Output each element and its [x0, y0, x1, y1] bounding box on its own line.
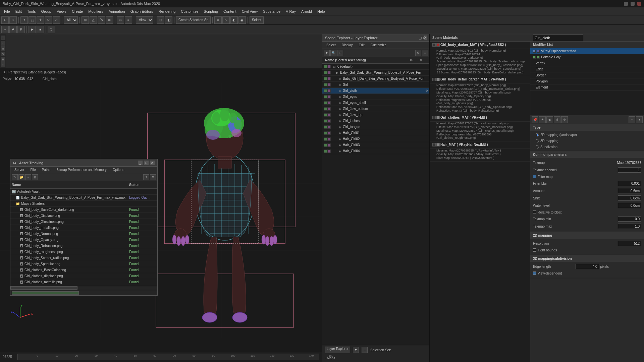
at-list-button[interactable]: ≡ [25, 174, 31, 180]
se-content[interactable]: ⊟ 0 (default) ▶ Baby_Girl_Dark_Skin_Wear… [322, 64, 429, 345]
mod-delete-icon[interactable]: 🗑 [554, 116, 560, 123]
timeline-bar[interactable]: 0 10 20 30 40 50 60 70 80 90 100 110 120… [17, 354, 319, 360]
radio-subdivision[interactable]: Subdivision [536, 144, 641, 149]
se-eye-r8-1[interactable] [324, 113, 327, 117]
stop-button[interactable]: ■ [37, 26, 44, 33]
close-button[interactable] [637, 2, 641, 6]
menu-arnold[interactable]: Arnold [299, 9, 315, 14]
radio-dot-2d[interactable] [536, 133, 539, 136]
at-row-maps[interactable]: 📁 Maps / Shaders [10, 201, 157, 207]
se-sync-icon[interactable]: ↔ [422, 50, 428, 56]
angle-snap-button[interactable]: △ [90, 16, 97, 24]
edge-length-input[interactable] [576, 264, 599, 269]
se-row-8[interactable]: ◈ Girl_Jaw_top [322, 112, 429, 118]
at-grid-button[interactable]: ⊞ [32, 174, 38, 180]
layers-button[interactable]: ⊟ [157, 16, 164, 24]
se-row-layer0[interactable]: ⊟ 0 (default) [322, 64, 429, 70]
mod-sub-vertex[interactable]: Vertex [530, 60, 644, 66]
sidebar-icon-3[interactable]: ◈ [1, 46, 5, 51]
mirror-button[interactable]: ⇔ [117, 16, 124, 24]
relative-bbox-checkbox[interactable] [533, 210, 536, 214]
menu-create[interactable]: Create [69, 9, 86, 14]
create-selection-button[interactable]: Create Selection Se [176, 16, 211, 24]
at-menu-options[interactable]: Options [110, 168, 127, 172]
se-eye-r2-1[interactable] [324, 77, 327, 80]
mod-show-icon[interactable]: 👁 [539, 116, 546, 123]
se-eye-r6-2[interactable] [327, 101, 331, 105]
se-close[interactable]: ✕ [424, 36, 427, 40]
spinner-snap-button[interactable]: ⊕ [106, 16, 113, 24]
se-row-1[interactable]: ▶ Baby_Girl_Dark_Skin_Wearing_Bodysuit_A… [322, 70, 429, 76]
auto-key-button[interactable]: A [9, 26, 17, 33]
sidebar-icon-4[interactable]: ⊕ [1, 52, 5, 56]
at-menu-file[interactable]: File [28, 168, 38, 172]
minimize-button[interactable] [624, 2, 628, 6]
se-eye-r3-2[interactable] [327, 83, 331, 86]
se-eye-2[interactable] [327, 65, 331, 68]
menu-graph-editors[interactable]: Graph Editors [128, 9, 156, 14]
se-row-settings-icon[interactable]: ⚙ [425, 89, 428, 93]
rotate-button[interactable]: ↻ [45, 16, 52, 24]
at-row-7[interactable]: 🖼Girl_body_Normal.png Found [10, 231, 157, 237]
align-button[interactable]: ≡ [125, 16, 132, 24]
se-eye-r4-1[interactable] [324, 89, 327, 93]
render-setup-button[interactable]: ◈ [214, 16, 222, 24]
se-eye-r4-2[interactable] [327, 89, 331, 93]
se-row-4-selected[interactable]: ◈ Girl_cloth ⚙ [322, 88, 429, 94]
le-filter-icon[interactable]: ▼ [353, 347, 359, 353]
params-2dmap-header[interactable]: 2D mapping [530, 232, 644, 239]
move-button[interactable]: ✛ [37, 16, 44, 24]
se-eye-r1-2[interactable] [327, 71, 331, 74]
radio-2d-landscape[interactable]: 2D mapping (landscape) [536, 132, 641, 137]
scale-button[interactable]: ⤢ [53, 16, 60, 24]
at-row-4[interactable]: 🖼Girl_body_Displace.png Found [10, 213, 157, 219]
mod-config-icon[interactable]: ⚙ [561, 116, 568, 123]
se-eye-r7-1[interactable] [324, 107, 327, 111]
menu-views[interactable]: Views [54, 9, 69, 14]
select-object-button[interactable]: ✦ [20, 16, 28, 24]
mat-row-4[interactable]: Hair_MAT ( VRayHairNextMtl ) [430, 141, 530, 149]
se-row-7[interactable]: ◈ Girl_Jaw_bottom [322, 106, 429, 112]
sidebar-icon-6[interactable]: ≡ [1, 62, 5, 67]
at-row-9[interactable]: 🖼Girl_body_Refraction.png Found [10, 243, 157, 249]
active-shade-button[interactable]: ◐ [230, 16, 238, 24]
at-row-vault[interactable]: 🏢 Autodesk Vault [10, 189, 157, 195]
menu-rendering[interactable]: Rendering [156, 9, 178, 14]
time-config-button[interactable]: ⏱ [48, 26, 55, 33]
render-button[interactable]: ▷ [222, 16, 230, 24]
menu-modifiers[interactable]: Modifiers [86, 9, 106, 14]
at-settings-button[interactable]: ⚙ [150, 174, 156, 180]
se-menu-customize[interactable]: Customize [368, 43, 389, 47]
menu-content[interactable]: Content [221, 9, 239, 14]
at-menu-server[interactable]: Server [12, 168, 27, 172]
mod-sub-polygon[interactable]: Polygon [530, 78, 644, 84]
se-eye-r2-2[interactable] [327, 77, 331, 80]
maximize-button[interactable] [631, 2, 635, 6]
menu-animation[interactable]: Animation [106, 9, 128, 14]
filter-blur-input[interactable] [618, 181, 641, 186]
at-row-mainfile[interactable]: 📄 Baby_Girl_Dark_Skin_Wearing_Bodysuit_A… [10, 195, 157, 201]
view-dependent-checkbox[interactable] [533, 272, 536, 275]
resolution-input[interactable] [618, 241, 641, 246]
menu-scripting[interactable]: Scripting [201, 9, 221, 14]
menu-help[interactable]: Help [315, 9, 328, 14]
at-row-6[interactable]: 🖼Girl_body_metallic.png Found [10, 225, 157, 231]
set-key-button[interactable]: K [17, 26, 25, 33]
menu-vray[interactable]: V-Ray [283, 9, 299, 14]
texmap-max-input[interactable] [618, 224, 641, 229]
mat-row-3[interactable]: Girl_clothes_MAT ( VRayMtl ) [430, 114, 530, 122]
mod-sub-edge[interactable]: Edge [530, 66, 644, 72]
params-common-header[interactable]: Common parameters [530, 151, 644, 158]
se-row-14[interactable]: ◈ Hair_Girl04 [322, 148, 429, 154]
at-content[interactable]: 🏢 Autodesk Vault 📄 Baby_Girl_Dark_Skin_W… [10, 189, 157, 286]
mod-sub-element[interactable]: Element [530, 84, 644, 90]
se-row-13[interactable]: ◈ Hair_Girl03 [322, 142, 429, 148]
menu-group[interactable]: Group [38, 9, 54, 14]
sidebar-icon-2[interactable]: - [1, 41, 5, 46]
select-filter-dropdown[interactable]: All [64, 16, 78, 24]
percent-snap-button[interactable]: % [98, 16, 105, 24]
mod-pin-icon[interactable]: 📌 [532, 116, 538, 123]
mat-row-1[interactable]: Girl_body_darker_MAT ( VRayFastSSS2 ) [430, 42, 530, 49]
se-eye-r7-2[interactable] [327, 107, 331, 111]
se-eye-r8-2[interactable] [327, 113, 331, 117]
